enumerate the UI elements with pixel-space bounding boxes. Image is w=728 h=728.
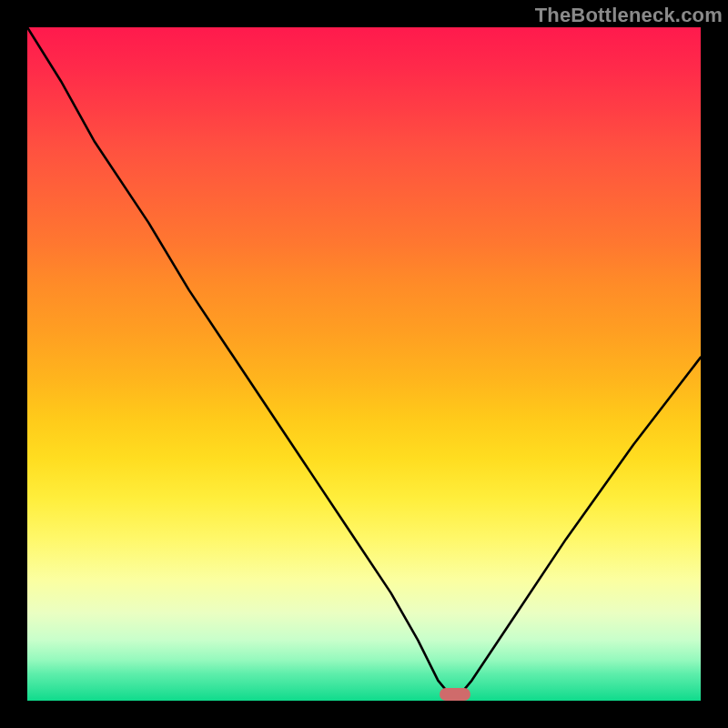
bottleneck-curve [27, 27, 701, 701]
plot-area [27, 27, 701, 701]
optimal-marker [440, 688, 470, 701]
chart-stage: TheBottleneck.com [0, 0, 728, 728]
watermark-text: TheBottleneck.com [535, 4, 723, 27]
